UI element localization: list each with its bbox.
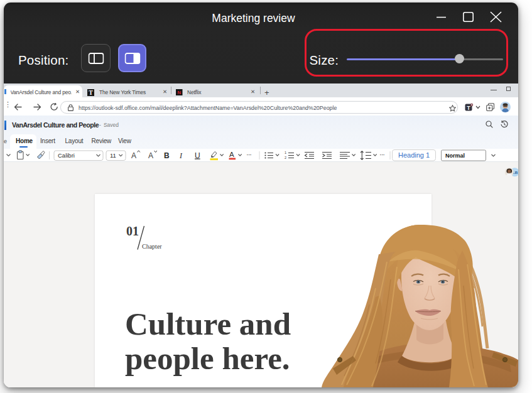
svg-text:···: ··· [246,151,251,158]
svg-text:2: 2 [285,156,286,159]
svg-text:B: B [164,151,170,160]
svg-text:U: U [195,151,200,160]
svg-text:I: I [179,151,183,160]
svg-text:Normal: Normal [445,153,465,159]
svg-text:Heading 1: Heading 1 [398,151,430,159]
svg-text:A: A [131,151,136,160]
svg-text:T: T [89,89,93,96]
svg-text:A: A [229,151,234,158]
svg-text:11: 11 [110,152,116,159]
svg-text:T: T [467,105,470,111]
svg-text:1: 1 [285,151,286,154]
svg-text:N: N [177,90,181,95]
svg-text:A: A [148,151,153,160]
svg-text:···: ··· [379,151,384,158]
svg-text:Calibri: Calibri [58,152,75,159]
